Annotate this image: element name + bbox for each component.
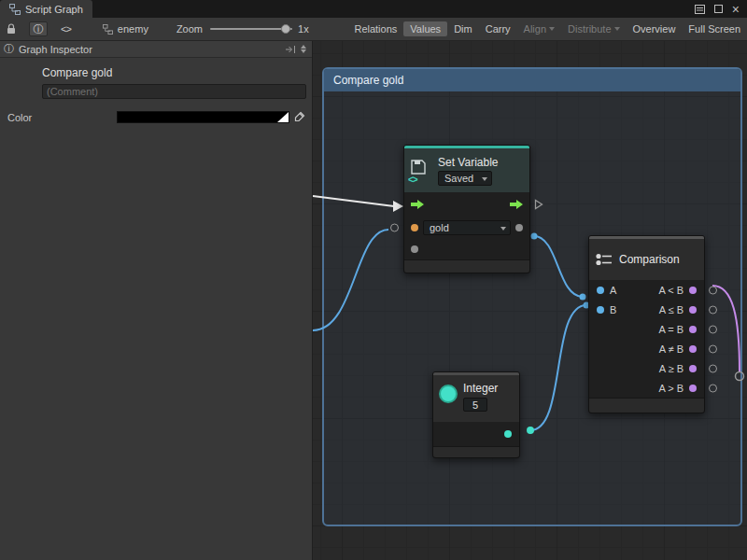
comparison-icon (595, 252, 613, 267)
output-connector[interactable] (709, 364, 717, 372)
close-icon[interactable]: × (732, 3, 740, 16)
a-gt-b-port[interactable] (689, 385, 697, 392)
variable-name-port[interactable] (411, 224, 418, 231)
graph-inspector-title: Graph Inspector (19, 44, 92, 55)
output-label: A > B (658, 383, 684, 394)
values-button[interactable]: Values (403, 21, 447, 36)
node-title: Integer (463, 382, 498, 395)
a-gte-b-port[interactable] (689, 365, 697, 372)
node-integer[interactable]: Integer 5 (432, 371, 520, 458)
value-in-connector[interactable] (390, 224, 399, 232)
comparison-row: A = B (589, 319, 704, 339)
distribute-dropdown[interactable]: Distribute (561, 21, 626, 36)
window-controls: × (695, 0, 747, 18)
graph-inspector-header: ⓘ Graph Inspector (0, 41, 312, 58)
output-connector[interactable] (709, 286, 717, 294)
a-lte-b-port[interactable] (689, 306, 697, 314)
output-value-port[interactable] (411, 245, 418, 253)
color-field-row: Color (0, 111, 312, 124)
lock-icon[interactable] (7, 23, 16, 35)
color-swatch[interactable] (117, 111, 289, 123)
node-comparison[interactable]: Comparison A A < B B A ≤ B A = B A ≠ B (588, 235, 705, 413)
output-connector[interactable] (709, 325, 717, 333)
flow-out-port[interactable] (510, 200, 523, 209)
window-menu-icon[interactable] (695, 5, 705, 14)
color-alpha-wedge (277, 112, 289, 122)
maximize-icon[interactable] (714, 5, 723, 13)
variable-name-dropdown[interactable]: gold (423, 220, 511, 235)
input-a-port[interactable] (597, 287, 604, 294)
zoom-label: Zoom (176, 23, 203, 35)
integer-header[interactable]: Integer 5 (433, 375, 519, 422)
node-set-variable[interactable]: <> Set Variable Saved gold (403, 145, 530, 273)
set-variable-flow-row (404, 192, 529, 217)
output-label: A ≠ B (659, 343, 684, 355)
comparison-row: A > B (589, 378, 704, 398)
tab-script-graph[interactable]: Script Graph (0, 0, 92, 18)
a-neq-b-port[interactable] (689, 345, 697, 353)
variable-badge-icon: <> (408, 175, 417, 185)
comparison-row: B A ≤ B (589, 300, 704, 319)
a-less-b-port[interactable] (689, 287, 697, 294)
flow-out-connector[interactable] (534, 199, 543, 210)
integer-output-row (433, 422, 519, 446)
inspector-toggle-button[interactable]: ⓘ (29, 21, 48, 36)
zoom-slider[interactable] (210, 23, 292, 35)
a-eq-b-port[interactable] (689, 326, 697, 333)
output-label: A < B (658, 285, 684, 296)
full-screen-button[interactable]: Full Screen (682, 21, 747, 36)
integer-icon (439, 385, 458, 403)
input-b-port[interactable] (597, 306, 604, 314)
node-title: Comparison (619, 253, 680, 266)
overview-button[interactable]: Overview (627, 21, 683, 36)
unity-visual-scripting-window: Script Graph × ⓘ <> enemy Zoom 1x Relati… (0, 0, 747, 560)
graph-inspector-panel: ⓘ Graph Inspector Compare gold Color (0, 41, 313, 560)
breadcrumb-graph-name: enemy (118, 23, 148, 35)
node-footer (589, 398, 704, 413)
input-a-label: A (610, 285, 616, 296)
code-view-icon[interactable]: <> (61, 23, 71, 35)
tab-title: Script Graph (25, 4, 83, 15)
zoom-slider-handle[interactable] (281, 24, 290, 34)
graph-comment-input[interactable] (42, 84, 306, 99)
input-b-label: B (610, 304, 616, 315)
output-connector[interactable] (709, 344, 717, 353)
carry-button[interactable]: Carry (479, 21, 517, 36)
titlebar: Script Graph × (0, 0, 747, 18)
graph-breadcrumb[interactable]: enemy (103, 23, 148, 35)
set-variable-header[interactable]: <> Set Variable Saved (404, 148, 529, 192)
graph-toolbar: ⓘ <> enemy Zoom 1x Relations Values Dim … (0, 18, 747, 41)
eyedropper-icon[interactable] (293, 111, 305, 123)
variable-kind-dropdown[interactable]: Saved (438, 171, 492, 186)
toolbar-buttons: Relations Values Dim Carry Align Distrib… (347, 21, 747, 36)
comparison-row: A A < B (589, 280, 704, 300)
dock-arrow-icon[interactable] (285, 45, 296, 54)
group-header[interactable]: Compare gold (324, 69, 740, 91)
comparison-row: A ≥ B (589, 358, 704, 378)
color-label: Color (7, 112, 32, 123)
script-graph-icon (9, 4, 21, 15)
output-connector[interactable] (709, 384, 717, 392)
integer-output-port[interactable] (504, 430, 512, 438)
comparison-header[interactable]: Comparison (589, 239, 704, 280)
dim-button[interactable]: Dim (447, 21, 479, 36)
flow-in-port[interactable] (411, 200, 424, 209)
graph-icon (103, 24, 113, 35)
set-variable-extra-row (404, 239, 529, 259)
integer-value-field[interactable]: 5 (463, 398, 487, 412)
relations-button[interactable]: Relations (347, 21, 403, 36)
info-icon: ⓘ (34, 22, 44, 36)
set-variable-value-row: gold (404, 217, 529, 239)
group-title: Compare gold (333, 74, 403, 87)
node-footer (433, 446, 519, 457)
output-label: A ≤ B (659, 304, 684, 315)
scroll-arrows-icon[interactable] (301, 45, 306, 53)
output-connector[interactable] (709, 305, 717, 314)
output-label: A = B (658, 324, 684, 335)
align-dropdown[interactable]: Align (517, 21, 561, 36)
zoom-slider-track (210, 28, 292, 30)
value-in-port[interactable] (515, 224, 523, 231)
graph-canvas[interactable]: Compare gold <> (313, 41, 747, 560)
set-variable-icon: <> (410, 159, 432, 183)
chevron-down-icon (549, 27, 555, 31)
